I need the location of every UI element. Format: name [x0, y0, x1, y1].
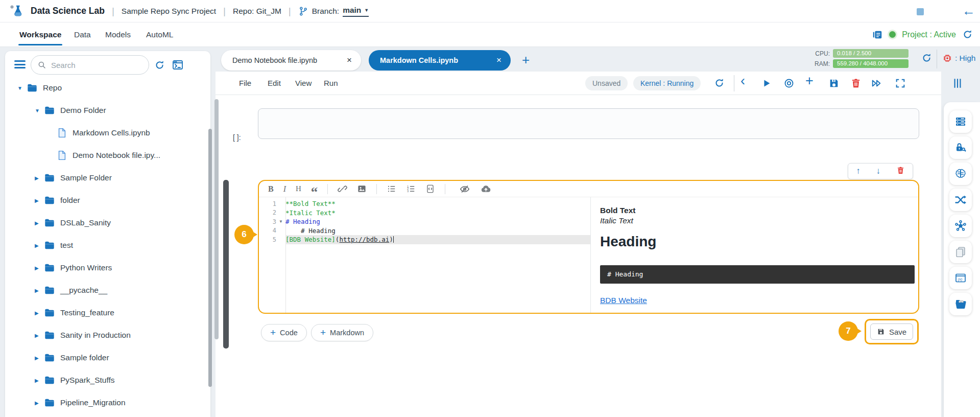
notebook-tab-demo-notebook[interactable]: Demo Notebook file.ipynb × [221, 50, 361, 71]
refresh-kernel-icon[interactable] [714, 78, 725, 88]
fold-caret-icon[interactable]: ▼ [276, 219, 285, 224]
caret-right-icon[interactable]: ▶ [35, 220, 44, 226]
delete-cell-icon[interactable] [896, 166, 905, 177]
fullscreen-icon[interactable] [895, 78, 906, 89]
run-all-cells-icon[interactable] [871, 78, 882, 89]
menu-run[interactable]: Run [324, 72, 338, 95]
tree-item-dslab-sanity[interactable]: ▶DSLab_Sanity [5, 212, 204, 234]
menu-icon[interactable] [14, 60, 26, 68]
stop-kernel-icon[interactable] [917, 8, 924, 15]
connections-network-icon[interactable] [949, 215, 972, 237]
caret-right-icon[interactable]: ▶ [35, 243, 44, 248]
nav-tab-automl[interactable]: AutoML [146, 22, 173, 47]
code-line-1[interactable]: 1**Bold Text** [259, 199, 590, 208]
close-icon[interactable]: × [496, 55, 501, 65]
variables-icon[interactable]: (x) [949, 267, 972, 289]
tree-item-folder[interactable]: ▶folder [5, 189, 204, 212]
caret-right-icon[interactable]: ▶ [35, 378, 44, 383]
delete-cell-icon[interactable] [850, 78, 862, 89]
tree-item-demo-folder[interactable]: ▼Demo Folder [5, 99, 204, 122]
hide-preview-icon[interactable] [459, 183, 470, 195]
bullet-list-icon[interactable] [387, 184, 396, 194]
datasets-icon[interactable] [949, 110, 972, 133]
code-line-4[interactable]: 4 # Heading [259, 226, 590, 236]
move-cell-up-icon[interactable]: ↑ [856, 166, 861, 176]
caret-right-icon[interactable]: ▶ [35, 355, 44, 361]
secrets-lock-icon[interactable] [949, 136, 972, 159]
search-box[interactable] [31, 55, 149, 75]
add-markdown-cell-button[interactable]: + Markdown [311, 324, 373, 341]
close-icon[interactable]: × [347, 55, 352, 65]
upload-icon[interactable] [480, 183, 492, 195]
caret-right-icon[interactable]: ▶ [35, 288, 44, 293]
italic-icon[interactable]: I [283, 184, 286, 194]
numbered-list-icon[interactable]: 123 [406, 184, 416, 194]
caret-down-icon[interactable]: ▼ [35, 108, 44, 113]
menu-view[interactable]: View [295, 72, 312, 95]
code-line-5[interactable]: 5[BDB Website](http://bdb.ai) [259, 235, 590, 244]
nav-tab-models[interactable]: Models [105, 22, 131, 47]
save-notebook-icon[interactable] [828, 78, 840, 89]
tree-item-pyspark-stuffs[interactable]: ▶PySpark_Stuffs [5, 369, 204, 391]
tree-item-demo-notebook-file-ipy[interactable]: Demo Notebook file.ipy... [5, 144, 204, 167]
link-icon[interactable] [338, 184, 347, 194]
back-icon[interactable]: ← [962, 3, 975, 19]
run-cell-icon[interactable] [761, 78, 772, 89]
code-line-2[interactable]: 2*Italic Text* [259, 208, 590, 218]
save-button[interactable]: Save [870, 323, 913, 340]
tree-item-testing-feature[interactable]: ▶Testing_feature [5, 302, 204, 324]
collapse-toolbar-icon[interactable]: ‹ [740, 73, 745, 89]
code-block-icon[interactable] [425, 184, 435, 194]
caret-right-icon[interactable]: ▶ [35, 400, 44, 406]
tree-item-sample-folder[interactable]: ▶Sample Folder [5, 167, 204, 189]
tree-item-repo[interactable]: ▼Repo [5, 77, 204, 99]
preview-link[interactable]: BDB Website [600, 296, 647, 305]
panel-toggle-icon[interactable] [951, 77, 964, 90]
notebook-tab-markdown-cells[interactable]: Markdown Cells.ipynb × [369, 50, 511, 71]
blockquote-icon[interactable]: “ [311, 190, 318, 195]
tree-item-python-writers[interactable]: ▶Python Writers [5, 257, 204, 279]
empty-code-cell[interactable] [258, 108, 919, 139]
transforms-shuffle-icon[interactable] [949, 189, 972, 211]
add-code-cell-button[interactable]: + Code [261, 324, 307, 341]
image-icon[interactable] [357, 184, 367, 194]
bold-icon[interactable]: B [268, 184, 274, 194]
nav-tab-data[interactable]: Data [74, 22, 91, 47]
interrupt-kernel-icon[interactable] [783, 78, 795, 89]
sidebar-scrollbar[interactable] [208, 129, 212, 387]
nav-tab-workspace[interactable]: Workspace [19, 22, 61, 47]
algorithms-brain-icon[interactable] [949, 163, 972, 185]
notebook-scrollbar[interactable] [214, 99, 219, 339]
markdown-editor[interactable]: 1**Bold Text**2*Italic Text*3▼# Heading4… [259, 197, 590, 314]
tree-item-markdown-cells-ipynb[interactable]: Markdown Cells.ipynb [5, 122, 204, 144]
add-cell-icon[interactable]: + [805, 73, 814, 89]
move-cell-down-icon[interactable]: ↓ [876, 166, 880, 176]
caret-down-icon[interactable]: ▼ [17, 85, 27, 91]
terminal-icon[interactable] [172, 59, 184, 71]
caret-right-icon[interactable]: ▶ [35, 265, 44, 271]
menu-edit[interactable]: Edit [268, 72, 281, 95]
tree-item-sanity-in-production[interactable]: ▶Sanity in Production [5, 324, 204, 346]
refresh-icon[interactable] [921, 53, 932, 63]
copy-files-icon[interactable] [949, 241, 972, 263]
search-input[interactable] [51, 61, 133, 70]
menu-file[interactable]: File [239, 72, 251, 95]
tree-item-pipeline-migration[interactable]: ▶Pipeline_Migration [5, 391, 204, 414]
caret-right-icon[interactable]: ▶ [35, 198, 44, 203]
caret-right-icon[interactable]: ▶ [35, 333, 44, 338]
refresh-icon[interactable] [962, 29, 973, 40]
save-highlight-outline: Save [865, 319, 919, 344]
heading-icon[interactable]: H [296, 184, 301, 193]
add-tab-icon[interactable]: + [522, 52, 530, 68]
refresh-icon[interactable] [154, 60, 165, 71]
tree-item-pycache[interactable]: ▶__pycache__ [5, 279, 204, 302]
markdown-cell[interactable]: B I H “ 123 [258, 180, 919, 314]
caret-right-icon[interactable]: ▶ [35, 175, 44, 181]
branch-selector[interactable]: Branch: main ▼ [298, 6, 369, 17]
repo-artifacts-icon[interactable] [949, 293, 972, 315]
tree-item-sample-folder[interactable]: ▶Sample folder [5, 346, 204, 369]
project-report-icon[interactable] [872, 29, 883, 40]
caret-right-icon[interactable]: ▶ [35, 310, 44, 316]
code-line-3[interactable]: 3▼# Heading [259, 217, 590, 226]
tree-item-test[interactable]: ▶test [5, 234, 204, 257]
